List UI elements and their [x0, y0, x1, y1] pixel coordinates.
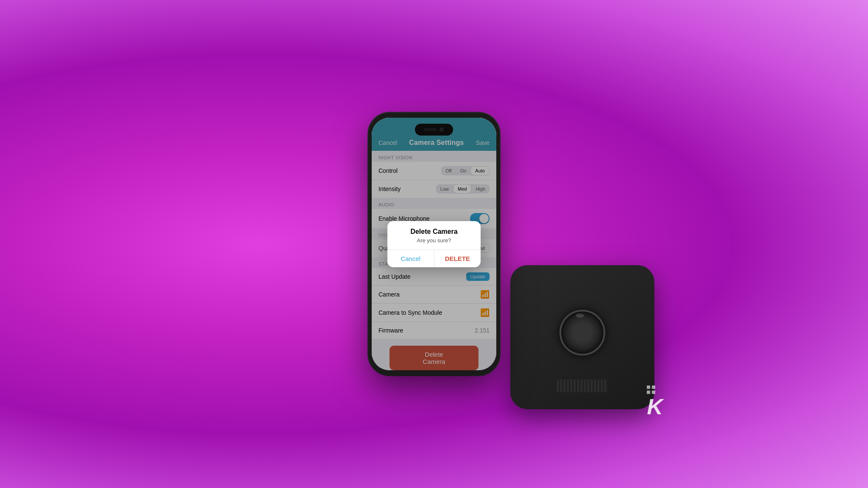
kt-letter: K [647, 396, 663, 418]
modal-title: Delete Camera [387, 221, 481, 237]
kt-dot-2 [652, 385, 655, 389]
kt-dot-4 [652, 391, 655, 394]
app-content: Cancel Camera Settings Save NIGHT VISION… [372, 118, 496, 370]
phone-frame: Cancel Camera Settings Save NIGHT VISION… [368, 113, 500, 375]
modal-actions: Cancel DELETE [387, 250, 481, 267]
modal-delete-button[interactable]: DELETE [434, 250, 481, 267]
kt-dot-1 [647, 385, 650, 389]
modal-cancel-button[interactable]: Cancel [387, 250, 434, 267]
scene: Cancel Camera Settings Save NIGHT VISION… [180, 53, 688, 435]
kt-dots [647, 385, 659, 394]
modal-overlay: Delete Camera Are you sure? Cancel DELET… [372, 118, 496, 370]
camera-lens-shine [576, 313, 584, 318]
phone-screen: Cancel Camera Settings Save NIGHT VISION… [372, 118, 496, 370]
delete-modal: Delete Camera Are you sure? Cancel DELET… [387, 221, 481, 267]
modal-subtitle: Are you sure? [387, 237, 481, 250]
knowtech-logo: K [647, 385, 663, 418]
kt-dot-3 [647, 391, 650, 394]
camera-device [510, 265, 654, 409]
